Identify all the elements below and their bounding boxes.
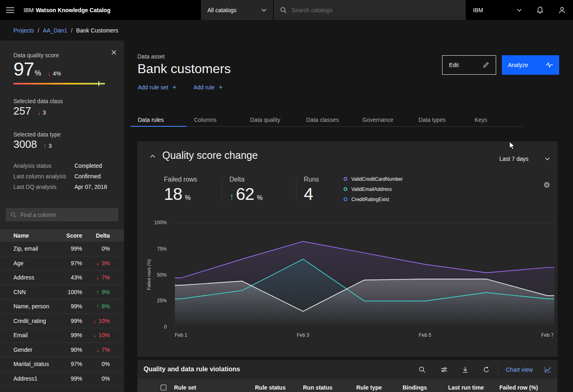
data-type-value-row: 3008 ↑ 3: [13, 138, 52, 151]
column-score: 90%: [62, 347, 82, 353]
column-delta: ↓3%: [82, 260, 110, 266]
arrow-up-icon: ↑: [229, 191, 234, 202]
arrow-down-icon: ↓: [96, 347, 99, 353]
column-row-address[interactable]: Address43%↓7%: [0, 271, 124, 285]
breadcrumb-item-bank-customers: Bank Customers: [76, 27, 118, 34]
arrow-down-icon: ↓: [93, 318, 96, 324]
arrow-up-icon: ↑: [96, 303, 99, 310]
column-row-zip-email[interactable]: Zip, email99%0%: [0, 242, 124, 256]
delta-value: 7%: [102, 347, 110, 353]
select-all-checkbox[interactable]: [161, 385, 166, 390]
gear-icon[interactable]: ⚙: [543, 181, 550, 189]
violations-column-run-status: Run status: [303, 384, 332, 391]
search-icon: [280, 7, 287, 13]
user-profile-button[interactable]: [551, 0, 573, 20]
column-score: 99%: [62, 303, 82, 310]
chevron-down-icon: [517, 9, 522, 12]
arrow-down-icon: ↓: [96, 260, 99, 266]
breadcrumb-item-projects[interactable]: Projects: [13, 27, 34, 34]
column-name: Credit_rating: [13, 318, 62, 324]
columns-table: Name Score Delta Zip, email99%0%Age97%↓3…: [0, 230, 124, 386]
arrow-down-icon: ↓: [93, 332, 96, 338]
column-row-marital-status[interactable]: Marital_status97%0%: [0, 357, 124, 372]
catalogs-dropdown[interactable]: All catalogs: [201, 0, 273, 20]
tab-governance[interactable]: Governance: [355, 113, 411, 127]
quality-card-title: Quality score change: [162, 149, 258, 161]
add-rule-link[interactable]: Add rule +: [194, 84, 223, 91]
analysis-label: Last column analysis: [13, 173, 74, 180]
delta-value: 3%: [102, 260, 110, 266]
tab-columns[interactable]: Columns: [187, 113, 243, 127]
product-title: IBM Watson Knowledge Catalog: [24, 0, 111, 20]
header-name: Name: [13, 232, 62, 239]
dq-score-value: 97: [13, 58, 34, 80]
restart-icon: [483, 366, 490, 373]
time-range-label: Last 7 days: [499, 156, 529, 162]
hamburger-icon: [6, 7, 14, 13]
close-icon: [111, 50, 116, 55]
restart-button[interactable]: [480, 363, 493, 376]
search-catalogs-input[interactable]: [292, 7, 459, 13]
legend-label: CreditRatingExist: [351, 197, 389, 202]
column-delta: ↓7%: [82, 274, 110, 281]
analysis-value: Confirmed: [74, 173, 101, 180]
column-name: CNN: [13, 289, 62, 295]
add-rule-set-link[interactable]: Add rule set +: [138, 84, 176, 91]
metric-label: Delta: [229, 176, 289, 183]
account-dropdown-label: IBM: [473, 7, 483, 13]
search-icon: [419, 366, 425, 373]
account-dropdown[interactable]: IBM: [466, 0, 529, 20]
metric-label: Runs: [304, 176, 340, 183]
delta-value: 0%: [102, 245, 110, 252]
column-name: Zip, email: [13, 245, 62, 252]
column-name: Gender: [13, 347, 62, 353]
menu-button[interactable]: [0, 0, 20, 20]
column-row-address1[interactable]: Address199%0%: [0, 372, 124, 386]
tab-data-classes[interactable]: Data classes: [299, 113, 355, 127]
column-row-credit-rating[interactable]: Credit_rating99%↓10%: [0, 314, 124, 329]
main-content: Data asset Bank customers Add rule set +…: [124, 41, 573, 392]
download-button[interactable]: [459, 363, 472, 376]
tab-data-quality[interactable]: Data quality: [243, 113, 299, 127]
tab-data-rules[interactable]: Data rules: [131, 113, 187, 127]
pencil-icon: [483, 62, 489, 68]
data-type-value: 3008: [13, 138, 37, 151]
find-column-search: [6, 208, 118, 221]
failed-rows-line-chart: [175, 219, 554, 331]
edit-button[interactable]: Edit: [442, 55, 496, 75]
filter-settings-button[interactable]: [438, 363, 451, 376]
table-search-button[interactable]: [416, 363, 429, 376]
violations-column-rule-set: Rule set: [174, 384, 196, 391]
x-tick-label: Feb 3: [294, 332, 312, 338]
column-row-name-person[interactable]: Name, person99%↑8%: [0, 299, 124, 314]
x-tick-label: Feb 7: [538, 332, 556, 338]
y-tick-label: 0: [146, 324, 167, 330]
close-panel-button[interactable]: [109, 48, 118, 57]
breadcrumb-item-aa-dan1[interactable]: AA_Dan1: [43, 27, 67, 34]
brand-prefix: IBM: [24, 7, 34, 13]
legend-item-creditratingexist[interactable]: CreditRatingExist: [344, 196, 403, 203]
legend-item-validcreditcardnumber[interactable]: ValidCreditCardNumber: [344, 175, 403, 182]
analyze-button[interactable]: Analyze: [502, 55, 559, 75]
add-rule-label: Add rule: [194, 84, 215, 91]
column-name: Marital_status: [13, 361, 62, 367]
column-name: Name, person: [13, 303, 62, 310]
tab-data-types[interactable]: Data types: [411, 113, 467, 127]
notifications-button[interactable]: [529, 0, 551, 20]
legend-item-validemailaddress[interactable]: ValidEmailAddress: [344, 186, 403, 193]
delta-value: 0%: [102, 361, 110, 367]
violations-card: Quality and data rule violations: [137, 360, 558, 392]
column-row-gender[interactable]: Gender90%↓7%: [0, 343, 124, 357]
find-column-input[interactable]: [20, 212, 113, 218]
column-row-email[interactable]: Email99%↓10%: [0, 328, 124, 343]
legend-label: ValidEmailAddress: [351, 186, 392, 192]
column-row-cnn[interactable]: CNN100%↑9%: [0, 285, 124, 300]
column-row-age[interactable]: Age97%↓3%: [0, 256, 124, 271]
chart-view-toggle[interactable]: Chart view: [499, 360, 558, 379]
legend-ring-icon: [344, 197, 347, 201]
tab-keys[interactable]: Keys: [467, 113, 523, 127]
time-range-dropdown[interactable]: Last 7 days: [499, 152, 553, 165]
data-type-delta: ↑ 3: [44, 142, 52, 149]
collapse-section-button[interactable]: [148, 153, 157, 160]
user-icon: [558, 6, 566, 14]
